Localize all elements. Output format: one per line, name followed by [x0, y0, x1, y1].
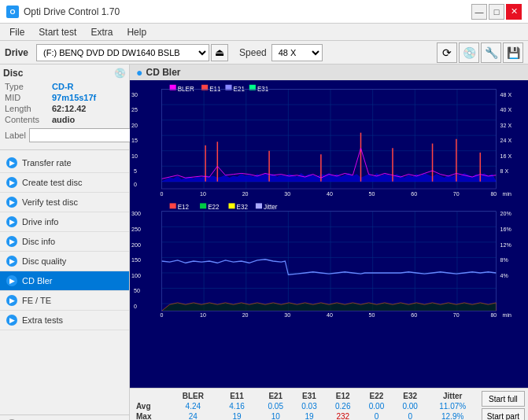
svg-text:250: 250	[131, 226, 141, 234]
nav-verify-test-disc[interactable]: ▶ Verify test disc	[0, 193, 129, 212]
stats-header-e12: E12	[326, 391, 360, 401]
svg-text:60: 60	[411, 311, 417, 319]
start-part-button[interactable]: Start part	[482, 408, 525, 420]
label-input[interactable]	[29, 128, 134, 142]
svg-text:10: 10	[200, 311, 206, 319]
toolbar-btn-save[interactable]: 💾	[503, 42, 523, 63]
contents-value: audio	[52, 115, 75, 124]
svg-text:E32: E32	[237, 203, 249, 212]
nav-disc-info[interactable]: ▶ Disc info	[0, 232, 129, 252]
mid-value: 97m15s17f	[52, 93, 96, 102]
stats-max-label: Max	[133, 411, 171, 420]
nav-create-test-disc[interactable]: ▶ Create test disc	[0, 173, 129, 193]
stats-avg-row: Avg 4.24 4.16 0.05 0.03 0.26 0.00 0.00 1…	[133, 401, 478, 411]
svg-text:16 X: 16 X	[500, 152, 512, 160]
type-label: Type	[5, 82, 52, 91]
toolbar-btn-1[interactable]: ⟳	[437, 42, 457, 63]
create-test-disc-icon: ▶	[6, 177, 17, 188]
nav-cd-bler[interactable]: ▶ CD Bler	[0, 271, 129, 291]
svg-text:min: min	[503, 190, 511, 198]
chart-title-bar: ● CD Bler	[130, 64, 528, 80]
length-label: Length	[5, 104, 52, 113]
nav-disc-quality[interactable]: ▶ Disc quality	[0, 252, 129, 271]
nav-label-drive-info: Drive info	[22, 217, 58, 227]
svg-text:4%: 4%	[500, 271, 508, 279]
svg-text:50: 50	[369, 190, 375, 198]
svg-rect-80	[256, 203, 262, 208]
svg-text:16%: 16%	[500, 226, 511, 234]
speed-select[interactable]: 48 X	[271, 44, 323, 61]
menu-extra[interactable]: Extra	[84, 25, 119, 39]
nav-extra-tests[interactable]: ▶ Extra tests	[0, 311, 129, 330]
svg-text:Jitter: Jitter	[264, 203, 278, 212]
drive-bar: Drive (F:) BENQ DVD DD DW1640 BSLB ⏏ Spe…	[0, 41, 528, 64]
menu-start-test[interactable]: Start test	[32, 25, 83, 39]
svg-text:80: 80	[490, 311, 497, 319]
nav-items: ▶ Transfer rate ▶ Create test disc ▶ Ver…	[0, 153, 129, 330]
drive-label: Drive	[5, 47, 28, 58]
svg-text:20: 20	[242, 311, 249, 319]
stats-max-e12: 232	[326, 411, 360, 420]
drive-info-icon: ▶	[6, 216, 17, 227]
stats-max-e11: 19	[215, 411, 259, 420]
stats-max-e32: 0	[393, 411, 427, 420]
maximize-button[interactable]: □	[489, 4, 504, 20]
stats-header-e22: E22	[360, 391, 393, 401]
left-panel: Disc 💿 Type CD-R MID 97m15s17f Length 62…	[0, 64, 130, 420]
nav-transfer-rate[interactable]: ▶ Transfer rate	[0, 153, 129, 173]
window-controls: — □ ✕	[471, 4, 522, 20]
start-full-button[interactable]: Start full	[482, 391, 525, 407]
svg-text:E12: E12	[178, 203, 190, 212]
stats-avg-bler: 4.24	[171, 401, 215, 411]
svg-text:20: 20	[242, 190, 249, 198]
close-button[interactable]: ✕	[506, 4, 522, 20]
svg-text:min: min	[503, 311, 511, 319]
stats-max-jitter: 12.9%	[427, 411, 478, 420]
charts-svg: BLER E11 E21 E31 30 25 20 15 10 5 0 0 10	[130, 80, 528, 388]
menu-help[interactable]: Help	[120, 25, 153, 39]
disc-section: Disc 💿 Type CD-R MID 97m15s17f Length 62…	[0, 64, 129, 146]
stats-header-jitter: Jitter	[427, 391, 478, 401]
stats-header-e31: E31	[293, 391, 327, 401]
mid-label: MID	[5, 93, 52, 102]
toolbar-btn-2[interactable]: 💿	[459, 42, 479, 63]
title-bar: O Opti Drive Control 1.70 — □ ✕	[0, 0, 528, 24]
drive-select[interactable]: (F:) BENQ DVD DD DW1640 BSLB	[36, 44, 209, 61]
charts-area: BLER E11 E21 E31 30 25 20 15 10 5 0 0 10	[130, 80, 528, 388]
svg-text:32 X: 32 X	[500, 121, 512, 129]
nav-label-disc-quality: Disc quality	[22, 256, 66, 266]
minimize-button[interactable]: —	[471, 4, 487, 20]
nav-fe-te[interactable]: ▶ FE / TE	[0, 291, 129, 311]
svg-text:20%: 20%	[500, 210, 511, 218]
svg-text:E21: E21	[234, 84, 246, 93]
drive-select-wrap: (F:) BENQ DVD DD DW1640 BSLB ⏏	[36, 44, 228, 61]
svg-text:70: 70	[453, 190, 460, 198]
svg-text:40: 40	[327, 311, 333, 319]
disc-icon: 💿	[114, 68, 126, 79]
stats-avg-e22: 0.00	[360, 401, 393, 411]
svg-rect-0	[130, 80, 528, 388]
svg-text:40 X: 40 X	[500, 106, 512, 114]
nav-drive-info[interactable]: ▶ Drive info	[0, 212, 129, 232]
svg-text:200: 200	[131, 241, 141, 249]
status-window-item[interactable]: ▼ Status window > >	[0, 414, 129, 420]
svg-text:50: 50	[369, 311, 375, 319]
svg-text:E22: E22	[208, 203, 220, 212]
svg-text:70: 70	[453, 311, 460, 319]
drive-eject-button[interactable]: ⏏	[211, 44, 228, 61]
stats-max-bler: 24	[171, 411, 215, 420]
menu-file[interactable]: File	[3, 25, 31, 39]
toolbar-btn-3[interactable]: 🔧	[481, 42, 501, 63]
stats-header-bler: BLER	[171, 391, 215, 401]
stats-max-e22: 0	[360, 411, 393, 420]
svg-text:30: 30	[284, 311, 290, 319]
svg-text:10: 10	[131, 152, 138, 160]
stats-header-e11: E11	[215, 391, 259, 401]
svg-rect-78	[228, 203, 234, 208]
svg-text:300: 300	[131, 210, 141, 218]
nav-label-cd-bler: CD Bler	[22, 276, 53, 286]
svg-text:BLER: BLER	[178, 84, 194, 93]
nav-label-fe-te: FE / TE	[22, 296, 51, 305]
disc-title: Disc	[3, 68, 23, 79]
svg-text:30: 30	[284, 190, 290, 198]
